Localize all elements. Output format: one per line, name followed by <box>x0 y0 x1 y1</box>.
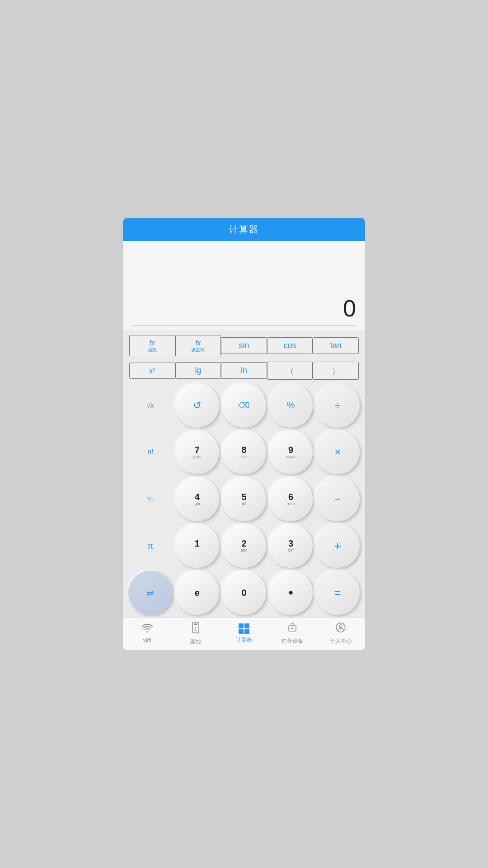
title-bar: 计算器 <box>123 218 365 241</box>
nav-calculator-label: 计算器 <box>236 636 252 644</box>
app-container: 计算器 0 fx 函数 fx 弧度制 sin cos tan xy lg ln … <box>122 217 366 651</box>
nav-wifi-label: wifi <box>143 637 151 644</box>
svg-point-7 <box>339 625 342 627</box>
btn-7[interactable]: 7 pqrs <box>175 430 220 475</box>
nav-calculator[interactable]: 计算器 <box>220 623 268 644</box>
svg-point-2 <box>195 627 196 629</box>
btn-minus[interactable]: − <box>315 477 360 521</box>
btn-fx-func[interactable]: fx 函数 <box>129 335 175 356</box>
btn-rparen[interactable]: ） <box>313 362 359 380</box>
btn-lparen[interactable]: （ <box>267 362 313 380</box>
app-title: 计算器 <box>229 224 259 234</box>
btn-ln[interactable]: ln <box>221 362 267 379</box>
divide-icon: ÷ <box>335 400 340 411</box>
btn-0[interactable]: 0 <box>222 571 266 615</box>
btn-6[interactable]: 6 mno <box>269 477 313 521</box>
btn-9[interactable]: 9 wxyz <box>269 430 313 475</box>
btn-cos[interactable]: cos <box>267 337 313 354</box>
bottom-nav: wifi 遥控 计算器 <box>123 618 365 650</box>
btn-5[interactable]: 5 jkl <box>222 477 266 521</box>
nav-remote[interactable]: 遥控 <box>171 622 220 646</box>
btn-clear[interactable]: ↺ <box>175 383 220 428</box>
btn-pi[interactable]: π <box>128 524 173 568</box>
svg-rect-1 <box>194 623 197 625</box>
multiply-icon: × <box>334 446 341 458</box>
nav-ir[interactable]: 红外设备 <box>268 622 317 645</box>
btn-factorial[interactable]: n! <box>128 430 173 475</box>
btn-plus-minus[interactable]: ⁺∕₋ <box>128 477 173 521</box>
btn-fx-rad[interactable]: fx 弧度制 <box>175 335 221 356</box>
btn-backspace[interactable]: ⌫ <box>222 383 266 428</box>
calculator-body: fx 函数 fx 弧度制 sin cos tan xy lg ln （ ） √x… <box>123 330 365 618</box>
nav-remote-label: 遥控 <box>190 638 201 646</box>
svg-point-5 <box>291 627 293 629</box>
btn-4[interactable]: 4 ghi <box>175 477 220 521</box>
minus-icon: − <box>334 493 341 505</box>
svg-point-3 <box>195 630 196 631</box>
nav-profile-label: 个人中心 <box>330 637 352 645</box>
btn-sin[interactable]: sin <box>221 337 267 354</box>
remote-icon <box>192 622 199 636</box>
equals-icon: = <box>334 586 341 600</box>
btn-3[interactable]: 3 def <box>269 524 313 568</box>
plus-icon: + <box>334 539 341 553</box>
backspace-icon: ⌫ <box>238 401 249 410</box>
nav-profile[interactable]: 个人中心 <box>317 622 365 645</box>
calculator-icon <box>239 623 249 634</box>
btn-plus[interactable]: + <box>315 524 360 568</box>
btn-e[interactable]: e <box>175 571 220 615</box>
wifi-icon <box>142 624 153 636</box>
btn-divide[interactable]: ÷ <box>315 383 360 428</box>
btn-equals[interactable]: = <box>315 571 360 615</box>
btn-2[interactable]: 2 abc <box>222 524 266 568</box>
percent-icon: % <box>287 400 295 410</box>
profile-icon <box>335 622 346 636</box>
display-area: 0 <box>123 241 365 330</box>
func-row-2: xy lg ln （ ） <box>128 360 360 382</box>
btn-percent[interactable]: % <box>269 383 313 428</box>
calc-grid: √x ↺ ⌫ % ÷ n! 7 pqrs 8 tuv <box>128 383 360 615</box>
btn-8[interactable]: 8 tuv <box>222 430 266 475</box>
nav-wifi[interactable]: wifi <box>123 624 171 644</box>
btn-swap[interactable]: ⇌ <box>128 571 173 615</box>
btn-tan[interactable]: tan <box>313 337 359 354</box>
btn-xy[interactable]: xy <box>129 363 175 379</box>
btn-1[interactable]: 1 <box>175 524 220 568</box>
btn-lg[interactable]: lg <box>175 362 221 379</box>
swap-icon: ⇌ <box>146 587 154 598</box>
func-row-1: fx 函数 fx 弧度制 sin cos tan <box>128 333 360 358</box>
btn-sqrt[interactable]: √x <box>128 383 173 428</box>
btn-multiply[interactable]: × <box>315 430 360 475</box>
display-value: 0 <box>132 296 356 321</box>
ir-icon <box>287 622 298 636</box>
display-divider <box>132 325 356 326</box>
nav-ir-label: 红外设备 <box>282 637 303 645</box>
btn-dot[interactable]: • <box>269 571 313 615</box>
clear-icon: ↺ <box>193 400 201 411</box>
